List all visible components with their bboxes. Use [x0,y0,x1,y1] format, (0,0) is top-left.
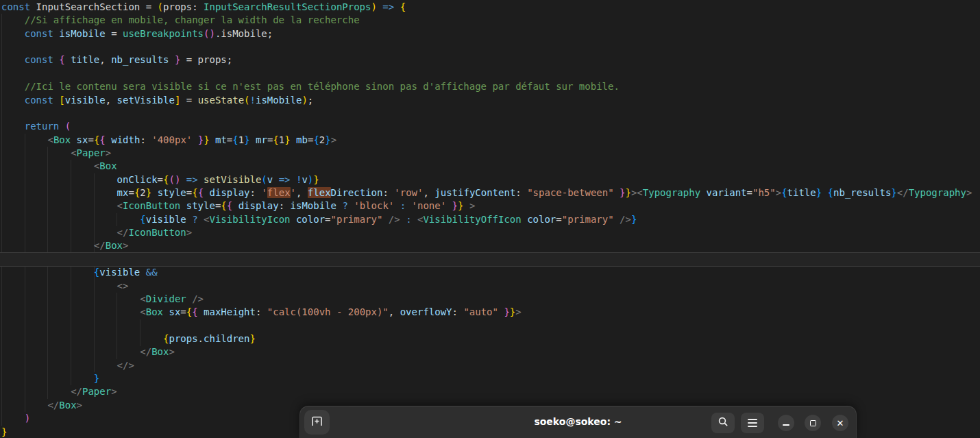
code-line[interactable]: const InputSearchSection = (props: Input… [1,1,972,14]
code-line[interactable]: //Si affichage en mobile, changer la wid… [1,14,972,27]
code-line[interactable]: </Box> [1,345,972,358]
code-line[interactable] [1,253,972,266]
screen: const InputSearchSection = (props: Input… [0,0,980,438]
code-line[interactable]: <Divider /> [1,293,972,306]
code-line[interactable]: return ( [1,120,972,133]
code-line[interactable]: <Box [1,160,972,173]
search-icon [718,416,728,430]
code-line[interactable] [1,319,972,332]
minimize-icon [783,424,789,426]
menu-button[interactable] [741,413,764,433]
code-line[interactable]: const [visible, setVisible] = useState(!… [1,94,972,107]
code-lines: const InputSearchSection = (props: Input… [1,1,972,438]
code-line[interactable]: const { title, nb_results } = props; [1,53,972,66]
code-line[interactable]: const isMobile = useBreakpoints().isMobi… [1,27,972,40]
code-line[interactable] [1,107,972,120]
code-editor[interactable]: const InputSearchSection = (props: Input… [0,0,980,438]
code-line[interactable]: {visible ? <VisibilityIcon color="primar… [1,213,972,226]
code-line[interactable]: </Box> [1,239,972,252]
code-line[interactable] [1,67,972,80]
hamburger-menu-icon [748,419,757,426]
search-button[interactable] [711,413,735,433]
code-line[interactable]: {visible && [1,266,972,279]
terminal-title: soeko@sokeo: ~ [300,416,856,427]
code-line[interactable]: <IconButton style={{ display: isMobile ?… [1,199,972,212]
code-line[interactable]: </IconButton> [1,226,972,239]
code-line[interactable]: <Paper> [1,147,972,160]
code-line[interactable]: <Box sx={{ width: '400px' }} mt={1} mr={… [1,134,972,147]
minimize-button[interactable] [778,415,794,431]
code-line[interactable]: mx={2} style={{ display: 'flex', flexDir… [1,186,972,199]
code-line[interactable]: </Paper> [1,385,972,398]
close-button[interactable]: ✕ [832,415,848,431]
code-line[interactable]: onClick={() => setVisible(v => !v)} [1,173,972,186]
close-icon: ✕ [837,419,844,428]
code-line[interactable]: {props.children} [1,332,972,345]
maximize-icon [810,420,816,426]
code-line[interactable] [1,40,972,53]
code-line[interactable]: </> [1,359,972,372]
terminal-window[interactable]: soeko@sokeo: ~ ✕ [299,406,857,438]
code-line[interactable]: <> [1,280,972,293]
code-line[interactable]: //Ici le contenu sera visible si ce n'es… [1,80,972,93]
code-line[interactable]: } [1,372,972,385]
maximize-button[interactable] [805,415,821,431]
code-line[interactable]: <Box sx={{ maxHeight: "calc(100vh - 200p… [1,306,972,319]
